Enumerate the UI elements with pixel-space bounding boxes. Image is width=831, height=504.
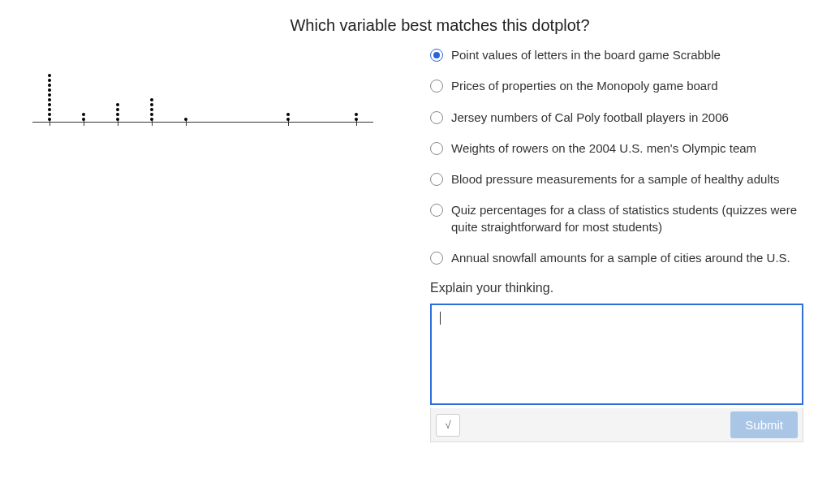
dot [48, 84, 51, 87]
dot [82, 113, 85, 116]
option-label-3: Weights of rowers on the 2004 U.S. men's… [451, 140, 756, 157]
dot [286, 113, 290, 116]
dot [48, 88, 51, 92]
dot [355, 113, 358, 116]
explain-textarea[interactable] [430, 304, 803, 405]
dot [150, 118, 153, 121]
radio-option-6[interactable] [430, 252, 443, 265]
submit-button[interactable]: Submit [730, 411, 798, 438]
option-row-5[interactable]: Quiz percentages for a class of statisti… [430, 202, 807, 235]
dotplot-axis-area [32, 51, 373, 132]
dot [355, 118, 358, 121]
option-label-5: Quiz percentages for a class of statisti… [451, 202, 807, 235]
dot [48, 74, 51, 77]
dot [116, 118, 119, 121]
dot [116, 103, 119, 106]
radio-option-2[interactable] [430, 111, 443, 124]
question-title: Which variable best matches this dotplot… [24, 16, 807, 35]
option-row-6[interactable]: Annual snowfall amounts for a sample of … [430, 250, 807, 266]
answer-toolbar: √ Submit [430, 408, 803, 442]
option-label-6: Annual snowfall amounts for a sample of … [451, 250, 790, 266]
dot [116, 113, 119, 116]
dot [48, 118, 51, 121]
radio-option-3[interactable] [430, 142, 443, 155]
option-label-1: Prices of properties on the Monopoly gam… [451, 78, 718, 94]
option-row-0[interactable]: Point values of letters in the board gam… [430, 47, 807, 63]
option-row-4[interactable]: Blood pressure measurements for a sample… [430, 171, 807, 187]
dot [48, 79, 51, 82]
dot [82, 118, 85, 121]
option-row-1[interactable]: Prices of properties on the Monopoly gam… [430, 78, 807, 94]
option-row-2[interactable]: Jersey numbers of Cal Poly football play… [430, 110, 807, 126]
radio-option-1[interactable] [430, 80, 443, 93]
option-label-4: Blood pressure measurements for a sample… [451, 171, 779, 187]
dot [150, 108, 153, 111]
radio-option-0[interactable] [430, 49, 443, 62]
dotplot [24, 51, 381, 132]
dot [48, 98, 51, 101]
dot [48, 93, 51, 97]
dot [48, 103, 51, 106]
text-cursor [440, 312, 441, 325]
dot [286, 118, 290, 121]
options-list: Point values of letters in the board gam… [430, 47, 807, 266]
dot [150, 103, 153, 106]
math-editor-button[interactable]: √ [436, 414, 460, 437]
dotplot-container [24, 47, 414, 132]
dot [48, 113, 51, 116]
radio-option-5[interactable] [430, 204, 443, 217]
sqrt-icon: √ [445, 419, 450, 431]
option-label-2: Jersey numbers of Cal Poly football play… [451, 110, 729, 126]
dot [116, 108, 119, 111]
dot [150, 113, 153, 116]
explain-label: Explain your thinking. [430, 281, 807, 295]
dot [184, 118, 187, 121]
radio-option-4[interactable] [430, 173, 443, 186]
option-label-0: Point values of letters in the board gam… [451, 47, 721, 63]
dot [150, 98, 153, 101]
dot [48, 108, 51, 111]
option-row-3[interactable]: Weights of rowers on the 2004 U.S. men's… [430, 140, 807, 157]
